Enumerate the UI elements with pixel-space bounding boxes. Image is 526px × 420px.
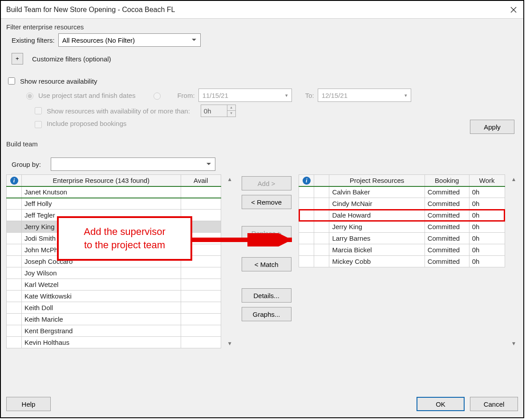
availability-of-label: Show resources with availability of or m… (47, 107, 190, 115)
to-label: To: (305, 92, 314, 99)
existing-filters-label: Existing filters: (12, 36, 55, 44)
table-row[interactable]: Larry BarnesCommitted0h (299, 233, 505, 244)
cancel-button[interactable]: Cancel (470, 397, 518, 411)
table-row[interactable]: Kate Wittkowski (7, 291, 221, 302)
scroll-up-icon[interactable]: ▲ (227, 176, 232, 182)
include-proposed-label: Include proposed bookings (47, 120, 126, 127)
annotation-arrow-icon (191, 233, 298, 246)
filter-legend: Filter enterprise resources (6, 23, 518, 31)
use-project-dates-radio (26, 93, 33, 100)
existing-filters-select[interactable]: All Resources (No Filter) (58, 33, 201, 47)
info-icon: i (303, 177, 311, 185)
chevron-down-icon: ▾ (405, 93, 407, 98)
details-button[interactable]: Details... (242, 288, 291, 303)
table-row[interactable]: Karl Wetzel (7, 279, 221, 291)
table-row[interactable]: Dale HowardCommitted0h (299, 210, 505, 221)
table-row[interactable]: Calvin BakerCommitted0h (299, 186, 505, 198)
table-row[interactable]: Cindy McNairCommitted0h (299, 198, 505, 210)
to-date-field: 12/15/21 ▾ (318, 89, 411, 102)
table-row[interactable]: Janet Knutson (7, 186, 221, 198)
project-resources-table[interactable]: i Project Resources Booking Work Calvin … (299, 174, 505, 267)
show-availability-checkbox[interactable] (8, 77, 15, 85)
help-button[interactable]: Help (6, 397, 51, 411)
info-icon: i (10, 177, 18, 185)
scroll-down-icon[interactable]: ▼ (511, 340, 516, 347)
scroll-up-icon[interactable]: ▲ (511, 176, 516, 182)
title-bar: Build Team for New Store Opening - Cocoa… (1, 1, 523, 19)
group-by-select[interactable] (51, 158, 215, 171)
include-proposed-checkbox (35, 121, 42, 128)
expand-customize-button[interactable]: + (12, 53, 23, 65)
availability-of-checkbox (35, 107, 42, 114)
show-availability-label: Show resource availability (20, 77, 97, 85)
build-team-legend: Build team (6, 140, 518, 148)
avail-header[interactable]: Avail (181, 175, 221, 186)
booking-header[interactable]: Booking (425, 175, 469, 186)
enterprise-resource-header[interactable]: Enterprise Resource (143 found) (22, 175, 181, 186)
from-date-field: 11/15/21 ▾ (198, 89, 292, 102)
annotation-callout: Add the supervisor to the project team (57, 216, 192, 261)
table-row[interactable]: Kevin Holthaus (7, 337, 221, 348)
table-row[interactable]: Jerry KingCommitted0h (299, 221, 505, 233)
availability-hours-spinner: ▲▼ (201, 105, 236, 117)
match-button[interactable]: < Match (242, 257, 291, 271)
use-project-dates-label: Use project start and finish dates (38, 92, 135, 99)
add-button: Add > (242, 176, 291, 190)
table-row[interactable]: Keith Doll (7, 302, 221, 314)
close-icon[interactable] (509, 5, 518, 14)
custom-dates-radio (154, 93, 161, 100)
ok-button[interactable]: OK (417, 397, 465, 411)
table-row[interactable]: Kent Bergstrand (7, 325, 221, 337)
scroll-down-icon[interactable]: ▼ (227, 340, 232, 347)
group-by-label: Group by: (12, 161, 47, 168)
left-scrollbar[interactable]: ▲ ▼ (226, 174, 234, 348)
project-resources-header[interactable]: Project Resources (329, 175, 425, 186)
window-title: Build Team for New Store Opening - Cocoa… (6, 6, 509, 14)
customize-filters-label: Customize filters (optional) (32, 55, 111, 63)
work-header[interactable]: Work (469, 175, 505, 186)
table-row[interactable]: Jeff Holly (7, 198, 221, 210)
table-row[interactable]: Keith Maricle (7, 314, 221, 325)
chevron-down-icon: ▾ (285, 93, 288, 98)
table-row[interactable]: Mickey CobbCommitted0h (299, 256, 505, 267)
table-row[interactable]: Joy Wilson (7, 267, 221, 279)
apply-button[interactable]: Apply (470, 120, 514, 134)
right-scrollbar[interactable]: ▲ ▼ (510, 174, 518, 348)
enterprise-resources-table[interactable]: i Enterprise Resource (143 found) Avail … (6, 174, 221, 348)
from-label: From: (177, 92, 194, 99)
remove-button[interactable]: < Remove (242, 195, 291, 209)
table-row[interactable]: Marcia BickelCommitted0h (299, 244, 505, 256)
graphs-button[interactable]: Graphs... (242, 307, 291, 321)
